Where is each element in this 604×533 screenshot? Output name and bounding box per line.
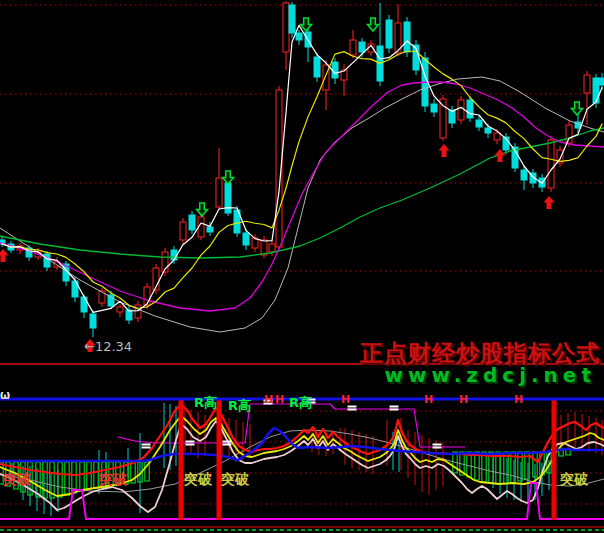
white-dash-marker: [186, 441, 195, 443]
candle-body: [296, 33, 302, 40]
breakout-label: 突破: [98, 471, 128, 487]
candle-body: [189, 215, 195, 230]
candle-body: [449, 110, 455, 123]
candle-body: [599, 78, 604, 85]
candle-body: [467, 100, 473, 118]
candle-body: [207, 227, 213, 232]
candle-body: [261, 240, 267, 255]
h-marker: H: [424, 393, 433, 406]
sell-arrow-icon: [368, 18, 379, 31]
candle-body: [283, 3, 289, 52]
h-marker: H: [514, 393, 523, 406]
candlestick-chart[interactable]: ←12.34HHHHHHωωωωR高R高R高突破突破突破突破突破: [0, 0, 604, 533]
green-bar: [87, 462, 91, 489]
price-gridlines: [0, 5, 604, 364]
candles: [0, 1, 604, 337]
candle-body: [350, 40, 356, 55]
candle-body: [269, 244, 275, 252]
candle-body: [431, 104, 437, 112]
white-dash-marker: [433, 447, 442, 449]
moving-averages: [0, 25, 604, 332]
sell-arrow-icon: [197, 203, 208, 216]
omega-marker: ω: [0, 388, 10, 402]
candle-body: [386, 20, 392, 48]
indicator-gridlines: [0, 411, 604, 504]
buy-arrow-icon: [439, 144, 450, 157]
breakout-label: 突破: [183, 471, 213, 487]
white-dash-marker: [142, 447, 151, 449]
candle-body: [243, 233, 249, 245]
h-marker: H: [459, 393, 468, 406]
ma-white: [2, 25, 602, 312]
breakout-label: 突破: [220, 471, 250, 487]
green-bar: [43, 462, 47, 498]
h-marker: H: [264, 393, 273, 406]
green-bar: [65, 462, 69, 495]
breakout-label: 突破: [559, 471, 589, 487]
green-bar: [475, 452, 479, 480]
white-dash-marker: [186, 444, 195, 446]
candle-body: [332, 62, 338, 78]
buy-arrow-icon: [495, 149, 506, 162]
candle-body: [566, 125, 572, 143]
white-dash-marker: [390, 409, 399, 411]
h-marker: H: [341, 393, 350, 406]
stock-chart-window: ←12.34HHHHHHωωωωR高R高R高突破突破突破突破突破 正点财经炒股指…: [0, 0, 604, 533]
breakout-label: 突破: [2, 471, 32, 487]
r-high-label: R高: [289, 395, 312, 410]
r-high-label: R高: [194, 395, 217, 410]
white-dash-marker: [223, 444, 232, 446]
candle-body: [494, 133, 500, 140]
buy-arrow-icon: [0, 249, 9, 262]
candle-body: [404, 22, 410, 52]
white-dash-marker: [390, 406, 399, 408]
candle-body: [314, 57, 320, 77]
indicator-lines: [0, 404, 604, 512]
sell-arrow-icon: [301, 18, 312, 31]
ma-gray: [0, 77, 604, 332]
candle-body: [216, 178, 222, 207]
ma-magenta: [0, 82, 604, 311]
indicator-pink-line: [0, 421, 604, 512]
indicator-sticks: [12, 403, 602, 516]
green-bar: [80, 462, 84, 491]
candle-body: [593, 78, 599, 103]
r-high-label: R高: [228, 398, 251, 413]
white-dash-marker: [142, 444, 151, 446]
candle-body: [180, 222, 186, 240]
candle-body: [458, 100, 464, 120]
candle-body: [485, 128, 491, 133]
sell-arrow-icon: [223, 171, 234, 184]
h-marker: H: [275, 393, 284, 406]
indicator-red-line: [0, 404, 604, 475]
sell-arrow-icon: [572, 102, 583, 115]
green-bar: [36, 462, 40, 497]
candle-body: [359, 42, 365, 52]
ma-yellow: [2, 51, 602, 308]
green-bar: [94, 462, 98, 488]
candle-body: [521, 170, 527, 180]
candle-body: [289, 5, 295, 33]
candle-body: [90, 314, 96, 328]
low-price-label: ←12.34: [84, 339, 132, 354]
indicator-frame: [0, 399, 604, 530]
white-dash-marker: [223, 441, 232, 443]
buy-arrow-icon: [544, 196, 555, 209]
candle-body: [584, 75, 590, 93]
white-dash-marker: [348, 409, 357, 411]
candle-body: [548, 140, 554, 188]
candle-body: [171, 250, 177, 260]
candle-body: [144, 287, 150, 305]
candle-body: [476, 120, 482, 127]
candle-body: [117, 307, 123, 312]
white-dash-marker: [433, 444, 442, 446]
